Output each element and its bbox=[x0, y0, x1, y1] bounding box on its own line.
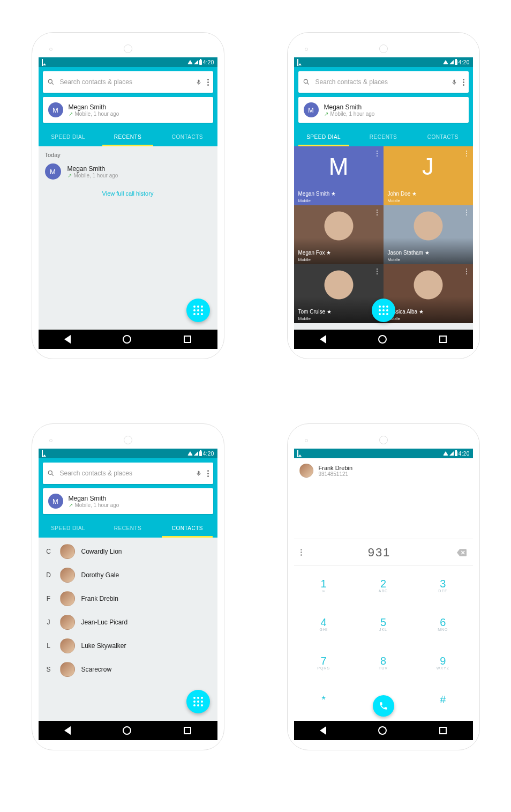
tab-speed-dial[interactable]: SPEED DIAL bbox=[39, 518, 98, 538]
contact-row[interactable]: FFrank Drebin bbox=[39, 587, 217, 610]
overflow-icon[interactable] bbox=[463, 79, 464, 86]
signal-icon bbox=[449, 451, 454, 456]
contact-row[interactable]: JJean-Luc Picard bbox=[39, 610, 217, 634]
speed-dial-tile[interactable]: M⋮Megan Smith ★Mobile bbox=[294, 146, 384, 205]
svg-line-1 bbox=[51, 83, 53, 84]
mic-icon[interactable] bbox=[451, 78, 457, 86]
svg-rect-2 bbox=[198, 80, 199, 83]
overflow-icon[interactable]: ⋮ bbox=[463, 267, 470, 275]
image-icon bbox=[42, 59, 43, 66]
search-input[interactable]: Search contacts & places bbox=[298, 71, 469, 93]
mic-icon[interactable] bbox=[196, 78, 202, 86]
recents-section-label: Today bbox=[39, 146, 217, 160]
dial-key-9[interactable]: 9WXYZ bbox=[413, 644, 472, 682]
phone-dialer: 4:20 Frank Drebin 9314851121 931 1∞2ABC3… bbox=[287, 423, 480, 750]
nav-back-button[interactable] bbox=[320, 335, 326, 344]
tab-contacts[interactable]: CONTACTS bbox=[413, 127, 472, 146]
avatar bbox=[60, 568, 75, 583]
overflow-icon[interactable] bbox=[207, 470, 209, 477]
dial-key-1[interactable]: 1∞ bbox=[294, 566, 354, 605]
suggested-contact-card[interactable]: M Megan Smith ↗Mobile, 1 hour ago bbox=[298, 97, 469, 123]
index-letter: C bbox=[44, 548, 54, 555]
contact-row[interactable]: LLuke Skywalker bbox=[39, 634, 217, 658]
recent-call-row[interactable]: M Megan Smith ↗Mobile, 1 hour ago bbox=[39, 160, 217, 183]
nav-recent-button[interactable] bbox=[439, 336, 447, 343]
tabs: SPEED DIAL RECENTS CONTACTS bbox=[39, 518, 217, 538]
mic-icon[interactable] bbox=[196, 470, 202, 477]
dial-key-4[interactable]: 4GHI bbox=[294, 605, 354, 643]
view-full-history-link[interactable]: View full call history bbox=[39, 183, 217, 204]
speed-dial-tile[interactable]: ⋮Jessica Alba ★Mobile bbox=[384, 264, 473, 323]
svg-point-8 bbox=[48, 471, 52, 474]
nav-recent-button[interactable] bbox=[184, 727, 191, 734]
suggested-contact-card[interactable]: M Megan Smith ↗Mobile, 1 hour ago bbox=[43, 97, 213, 123]
overflow-icon[interactable] bbox=[207, 79, 209, 86]
contact-row[interactable]: DDorothy Gale bbox=[39, 563, 217, 587]
overflow-icon[interactable]: ⋮ bbox=[463, 208, 470, 216]
dial-key-2[interactable]: 2ABC bbox=[354, 566, 413, 605]
speed-dial-tile[interactable]: ⋮Tom Cruise ★Mobile bbox=[294, 264, 384, 323]
tab-contacts[interactable]: CONTACTS bbox=[157, 127, 217, 146]
nav-home-button[interactable] bbox=[123, 726, 131, 735]
nav-home-button[interactable] bbox=[123, 335, 131, 344]
avatar bbox=[299, 464, 313, 478]
tile-name: John Doe ★ bbox=[388, 191, 417, 197]
search-input[interactable]: Search contacts & places bbox=[43, 71, 213, 93]
contact-name: Jean-Luc Picard bbox=[81, 619, 128, 626]
wifi-icon bbox=[443, 451, 448, 456]
outgoing-icon: ↗ bbox=[324, 111, 328, 117]
contact-row[interactable]: SScarecrow bbox=[39, 658, 217, 681]
tab-recents[interactable]: RECENTS bbox=[98, 127, 157, 146]
nav-back-button[interactable] bbox=[64, 335, 71, 344]
dial-key-3[interactable]: 3DEF bbox=[413, 566, 472, 605]
nav-back-button[interactable] bbox=[320, 726, 326, 735]
overflow-icon[interactable]: ⋮ bbox=[374, 208, 380, 216]
dialer-matched-contact[interactable]: Frank Drebin 9314851121 bbox=[299, 464, 468, 478]
tab-contacts[interactable]: CONTACTS bbox=[157, 518, 217, 538]
suggested-contact-card[interactable]: M Megan Smith ↗Mobile, 1 hour ago bbox=[43, 488, 213, 514]
avatar: M bbox=[304, 102, 319, 117]
tab-speed-dial[interactable]: SPEED DIAL bbox=[294, 127, 354, 146]
speed-dial-tile[interactable]: J⋮John Doe ★Mobile bbox=[384, 146, 473, 205]
dial-key-5[interactable]: 5JKL bbox=[354, 605, 413, 643]
dialpad-fab[interactable] bbox=[186, 299, 210, 322]
nav-back-button[interactable] bbox=[64, 726, 71, 735]
tab-speed-dial[interactable]: SPEED DIAL bbox=[39, 127, 98, 146]
tile-name: Megan Smith ★ bbox=[298, 191, 336, 197]
status-bar: 4:20 bbox=[39, 449, 217, 458]
wifi-icon bbox=[187, 451, 193, 456]
dialpad-icon bbox=[193, 697, 203, 706]
dial-key-7[interactable]: 7PQRS bbox=[294, 644, 354, 682]
overflow-icon[interactable]: ⋮ bbox=[374, 267, 380, 275]
dialpad-fab[interactable] bbox=[186, 690, 210, 713]
avatar: M bbox=[48, 494, 63, 509]
speed-dial-tile[interactable]: ⋮Megan Fox ★Mobile bbox=[294, 205, 384, 264]
dial-key-6[interactable]: 6MNO bbox=[413, 605, 472, 643]
speed-dial-tile[interactable]: ⋮Jason Statham ★Mobile bbox=[384, 205, 473, 264]
overflow-icon[interactable]: ⋮ bbox=[463, 150, 470, 157]
tab-recents[interactable]: RECENTS bbox=[98, 518, 157, 538]
search-placeholder: Search contacts & places bbox=[315, 78, 446, 86]
nav-home-button[interactable] bbox=[378, 726, 387, 735]
overflow-icon[interactable]: ⋮ bbox=[374, 150, 380, 157]
recent-sub: Mobile, 1 hour ago bbox=[74, 173, 118, 178]
dialpad-icon bbox=[193, 306, 203, 315]
contact-name: Frank Drebin bbox=[81, 595, 118, 602]
svg-point-0 bbox=[48, 79, 52, 83]
contact-name: Scarecrow bbox=[81, 666, 112, 673]
dialpad-fab[interactable] bbox=[372, 299, 395, 322]
backspace-icon[interactable] bbox=[457, 549, 467, 556]
tab-recents[interactable]: RECENTS bbox=[354, 127, 413, 146]
speed-dial-grid: M⋮Megan Smith ★MobileJ⋮John Doe ★Mobile⋮… bbox=[294, 146, 473, 323]
dial-key-#[interactable]: # bbox=[413, 682, 472, 721]
signal-icon bbox=[449, 60, 454, 64]
dial-key-8[interactable]: 8TUV bbox=[354, 644, 413, 682]
search-input[interactable]: Search contacts & places bbox=[43, 463, 213, 484]
battery-icon bbox=[455, 60, 457, 65]
dial-key-*[interactable]: * bbox=[294, 682, 354, 721]
nav-recent-button[interactable] bbox=[184, 336, 191, 343]
nav-recent-button[interactable] bbox=[439, 727, 447, 734]
nav-home-button[interactable] bbox=[378, 335, 387, 344]
call-button[interactable] bbox=[373, 695, 394, 717]
contact-row[interactable]: CCowardly Lion bbox=[39, 540, 217, 563]
